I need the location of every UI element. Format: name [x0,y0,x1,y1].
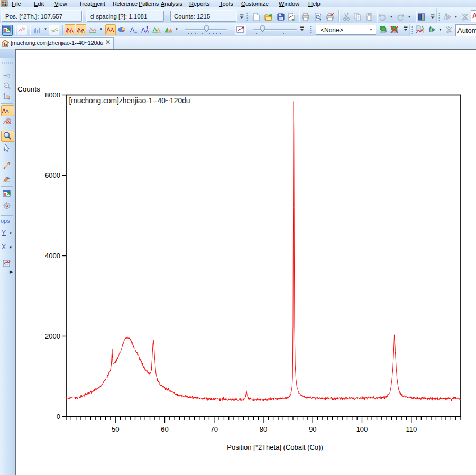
svg-text:P: P [447,15,450,19]
svg-text:80: 80 [260,425,267,433]
svg-text:1: 1 [146,25,149,30]
svg-text:2000: 2000 [45,332,60,340]
svg-text:60: 60 [161,425,168,433]
svg-text:0: 0 [57,413,60,421]
svg-text:Position [°2Theta] (Cobalt (Co: Position [°2Theta] (Cobalt (Co)) [227,443,323,451]
svg-text:6000: 6000 [45,171,60,179]
svg-text:90: 90 [309,425,316,433]
svg-text:4000: 4000 [45,252,60,260]
svg-text:70: 70 [210,425,218,433]
svg-text:50: 50 [112,425,119,433]
svg-text:110: 110 [406,425,417,433]
svg-text:R: R [432,28,434,32]
svg-text:[muchong.com]zhenjiao-1--40~12: [muchong.com]zhenjiao-1--40~120du [69,97,190,105]
svg-text:100: 100 [356,425,368,433]
svg-text:Counts: Counts [17,85,40,93]
svg-text:8000: 8000 [45,91,60,99]
